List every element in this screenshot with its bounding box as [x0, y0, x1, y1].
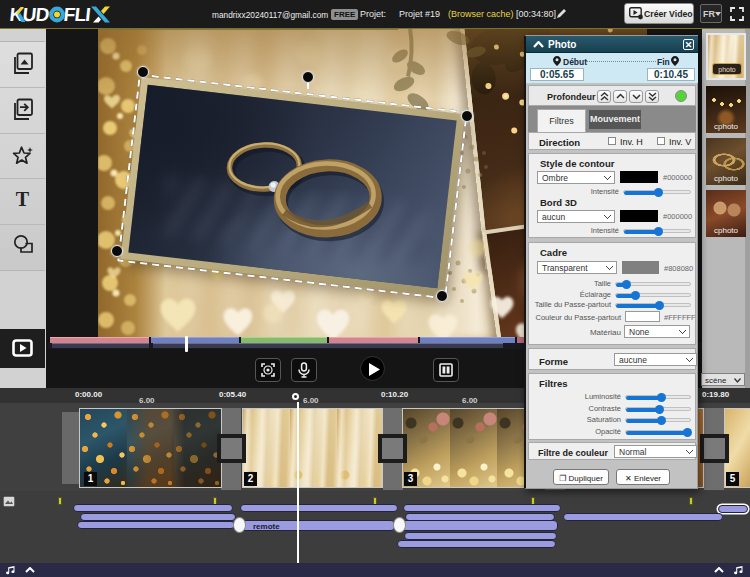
- svg-text:KUD: KUD: [9, 4, 50, 25]
- svg-text:FLI: FLI: [63, 4, 92, 25]
